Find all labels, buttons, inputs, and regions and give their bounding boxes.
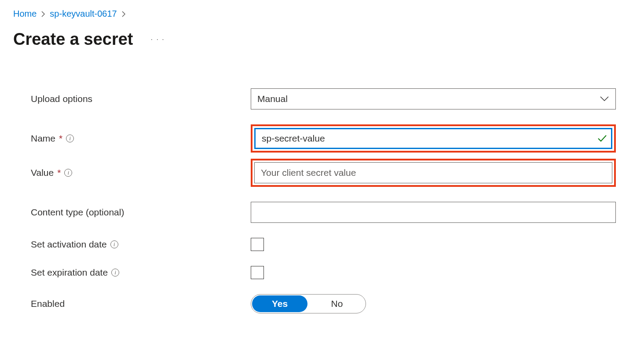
name-label: Name (31, 133, 55, 144)
chevron-right-icon (121, 11, 126, 17)
info-icon[interactable]: i (111, 269, 119, 277)
activation-date-checkbox[interactable] (251, 238, 264, 251)
breadcrumb-vault[interactable]: sp-keyvault-0617 (50, 9, 117, 19)
enabled-no[interactable]: No (308, 295, 366, 313)
value-label: Value (31, 167, 54, 178)
form: Upload options Manual Name * i (13, 88, 631, 313)
required-indicator: * (57, 167, 61, 178)
activation-date-label: Set activation date (31, 239, 107, 250)
info-icon[interactable]: i (110, 240, 118, 248)
more-actions-icon[interactable]: · · · (151, 36, 165, 44)
info-icon[interactable]: i (64, 169, 72, 177)
title-row: Create a secret · · · (13, 30, 631, 49)
content-type-input[interactable] (251, 202, 616, 223)
value-highlight (251, 159, 616, 187)
required-indicator: * (59, 133, 62, 144)
row-name: Name * i (31, 124, 631, 153)
enabled-toggle[interactable]: Yes No (251, 294, 366, 313)
enabled-yes[interactable]: Yes (252, 295, 307, 312)
enabled-label: Enabled (31, 298, 65, 309)
chevron-right-icon (41, 11, 45, 17)
expiration-date-label: Set expiration date (31, 267, 108, 278)
chevron-down-icon (600, 96, 609, 102)
row-upload-options: Upload options Manual (31, 88, 631, 109)
info-icon[interactable]: i (66, 135, 74, 142)
row-expiration-date: Set expiration date i (31, 266, 631, 279)
value-input[interactable] (254, 162, 612, 183)
expiration-date-checkbox[interactable] (251, 266, 264, 279)
check-icon (597, 135, 607, 142)
upload-options-value: Manual (257, 94, 288, 104)
row-value: Value * i (31, 159, 631, 187)
page-title: Create a secret (13, 30, 133, 49)
row-activation-date: Set activation date i (31, 238, 631, 251)
content-type-label: Content type (optional) (31, 207, 124, 218)
row-content-type: Content type (optional) (31, 202, 631, 223)
name-input[interactable] (254, 128, 612, 149)
breadcrumb-home[interactable]: Home (13, 9, 37, 19)
upload-options-label: Upload options (31, 94, 92, 104)
upload-options-select[interactable]: Manual (251, 88, 616, 109)
row-enabled: Enabled Yes No (31, 294, 631, 313)
breadcrumb: Home sp-keyvault-0617 (13, 9, 631, 19)
name-highlight (251, 124, 616, 153)
